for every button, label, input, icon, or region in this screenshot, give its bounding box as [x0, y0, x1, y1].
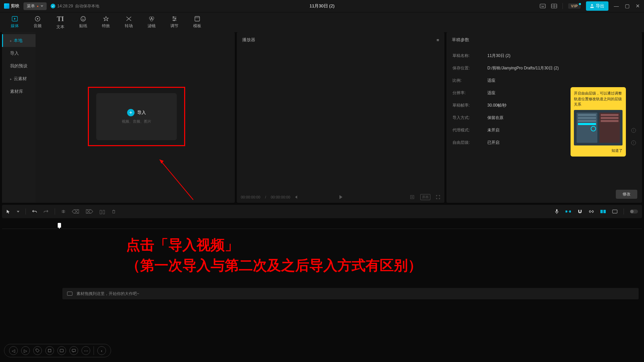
layout-icon[interactable]: [551, 4, 557, 8]
svg-rect-30: [62, 210, 63, 213]
import-button[interactable]: + 导入 视频、音频、图片: [96, 93, 177, 140]
tab-adjust[interactable]: 调节: [163, 13, 186, 32]
sidebar-item-local[interactable]: 本地: [2, 34, 36, 47]
more-button[interactable]: ⋯: [82, 346, 90, 355]
clip-icon: [67, 292, 72, 296]
link-button[interactable]: [589, 210, 594, 213]
param-proxy: 未开启: [487, 127, 499, 133]
main-panels: 本地 导入 我的预设 云素材 素材库 + 导入 视频、音频、图片: [0, 32, 644, 203]
volume-icon[interactable]: [295, 195, 300, 199]
redo-button[interactable]: [43, 209, 49, 214]
project-title: 11月30日 (2): [310, 3, 334, 9]
message-button[interactable]: [69, 346, 78, 355]
modify-button[interactable]: 修改: [616, 190, 637, 199]
svg-point-18: [173, 16, 174, 18]
split-button[interactable]: [61, 209, 66, 214]
keyboard-icon[interactable]: [540, 4, 546, 8]
sidebar-item-cloud[interactable]: 云素材: [2, 72, 36, 85]
minimize-button[interactable]: —: [614, 3, 619, 9]
chevron-down-icon: [41, 5, 43, 7]
auto-snap-button[interactable]: [565, 209, 571, 214]
svg-point-20: [175, 18, 176, 19]
info-icon[interactable]: !: [631, 128, 636, 133]
svg-point-2: [542, 5, 543, 6]
tooltip-ok-button[interactable]: 知道了: [574, 148, 623, 153]
tab-template[interactable]: 模板: [186, 13, 209, 32]
collapse-button[interactable]: ‹: [97, 346, 106, 355]
autosave-indicator: 14:28:29 自动保存本地: [51, 3, 99, 9]
magnet-button[interactable]: [577, 209, 583, 214]
menu-button[interactable]: 菜单 ●: [23, 2, 47, 10]
tab-transition[interactable]: 转场: [117, 13, 140, 32]
delete-right-button[interactable]: ⌦: [86, 208, 93, 215]
prev-button[interactable]: ◁: [9, 346, 18, 355]
annotation-arrow: [156, 156, 197, 203]
sidebar-item-import[interactable]: 导入: [2, 47, 36, 60]
media-sidebar: 本地 导入 我的预设 云素材 素材库: [2, 32, 36, 203]
timeline-ruler[interactable]: [2, 220, 642, 229]
tab-sticker[interactable]: 贴纸: [72, 13, 95, 32]
params-panel: 草稿参数 草稿名称:11月30日 (2) 保存位置:D:/剪映/Jianying…: [446, 32, 642, 203]
tab-effect[interactable]: 特效: [95, 13, 117, 32]
svg-rect-31: [64, 210, 65, 213]
sidebar-item-presets[interactable]: 我的预设: [2, 60, 36, 72]
chevron-down-icon[interactable]: [17, 211, 19, 213]
mic-button[interactable]: [554, 209, 559, 214]
player-time-current: 00:00:00:00: [241, 195, 260, 199]
select-tool[interactable]: [6, 209, 11, 214]
undo-button[interactable]: [32, 209, 37, 214]
player-title: 播放器: [242, 37, 255, 43]
empty-track-hint[interactable]: 素材拖拽到这里，开始你的大作吧~: [62, 288, 639, 299]
param-import-mode: 保留在原: [487, 115, 503, 121]
preview-button[interactable]: [612, 209, 618, 214]
play-button[interactable]: [338, 194, 343, 200]
delete-left-button[interactable]: ⌫: [72, 208, 79, 215]
param-ratio: 适应: [487, 78, 495, 83]
tag-button[interactable]: [33, 346, 42, 355]
export-button[interactable]: 导出: [586, 1, 608, 11]
playhead[interactable]: [58, 223, 61, 228]
svg-rect-4: [541, 6, 544, 7]
preview-axis-button[interactable]: [600, 209, 606, 214]
tab-audio[interactable]: 音频: [26, 13, 49, 32]
delete-button[interactable]: [111, 209, 116, 214]
tab-text[interactable]: TI 文本: [49, 12, 72, 33]
svg-rect-39: [600, 210, 603, 213]
maximize-button[interactable]: ▢: [625, 3, 630, 9]
check-icon: [51, 4, 55, 8]
svg-point-3: [544, 5, 544, 6]
annotation-text: 点击「导入视频」 （第一次导入与第二次及之后导入方式有区别）: [126, 235, 422, 276]
annotation-highlight-box: + 导入 视频、音频、图片: [88, 87, 185, 146]
svg-rect-48: [72, 349, 75, 352]
crop-icon[interactable]: [410, 194, 415, 200]
timeline[interactable]: 点击「导入视频」 （第一次导入与第二次及之后导入方式有区别） 素材拖拽到这里，开…: [2, 220, 642, 362]
info-icon[interactable]: !: [631, 140, 636, 145]
param-fps: 30.00帧/秒: [487, 103, 506, 108]
svg-rect-47: [60, 349, 63, 352]
vip-badge[interactable]: VIP: [568, 3, 581, 9]
param-resolution: 适应: [487, 90, 495, 96]
svg-point-13: [84, 18, 85, 18]
fullscreen-icon[interactable]: [436, 195, 440, 199]
player-menu-button[interactable]: ≡: [436, 38, 439, 43]
toggle-switch[interactable]: [630, 209, 638, 214]
sidebar-item-library[interactable]: 素材库: [2, 85, 36, 98]
player-panel: 播放器 ≡ 00:00:00:00 / 00:00:00:00 原画: [237, 32, 444, 203]
close-button[interactable]: ✕: [636, 3, 640, 9]
split-mode-button[interactable]: ▯▯: [99, 208, 105, 215]
svg-point-11: [81, 16, 86, 21]
screen-button[interactable]: [57, 346, 66, 355]
tab-media[interactable]: 媒体: [3, 13, 26, 32]
svg-rect-35: [556, 209, 557, 212]
svg-marker-26: [160, 160, 164, 164]
svg-rect-23: [195, 16, 200, 21]
app-name: 剪映: [11, 3, 19, 9]
svg-rect-44: [48, 349, 51, 352]
tab-filter[interactable]: 滤镜: [140, 13, 163, 32]
svg-rect-41: [612, 210, 617, 213]
marker-button[interactable]: [45, 346, 54, 355]
quality-label[interactable]: 原画: [420, 194, 430, 200]
transport-bar: ◁ ▷ ⋯ ‹: [4, 344, 111, 357]
svg-point-12: [82, 18, 83, 18]
play-transport-button[interactable]: ▷: [21, 346, 30, 355]
